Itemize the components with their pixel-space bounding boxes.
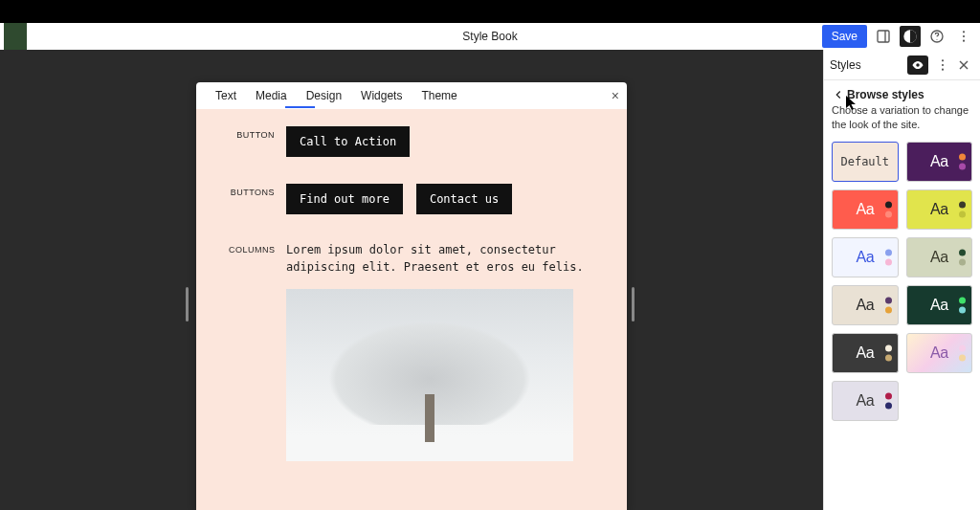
svg-rect-0 (878, 31, 889, 42)
variation-label: Aa (856, 392, 874, 410)
variation-color-dots (959, 201, 966, 217)
variation-label: Aa (930, 344, 948, 362)
svg-point-5 (963, 35, 965, 37)
panel-close-icon[interactable] (953, 55, 974, 76)
demo-columns-text: Lorem ipsum dolor sit amet, consectetur … (286, 241, 594, 276)
block-label-button: BUTTON (229, 126, 286, 157)
variation-label: Aa (930, 201, 948, 218)
style-book-preview: Text Media Design Widgets Theme × BUTTON… (196, 82, 627, 510)
browse-styles-title: Browse styles (847, 88, 924, 101)
save-button[interactable]: Save (822, 25, 867, 48)
svg-point-6 (963, 40, 965, 42)
variations-grid: DefaultAaAaAaAaAaAaAaAaAaAa (824, 142, 980, 421)
top-bar: Style Book Save (0, 23, 980, 50)
variation-label: Aa (856, 297, 874, 314)
svg-point-9 (942, 68, 944, 70)
style-variation-8[interactable]: Aa (832, 333, 899, 373)
block-label-columns: COLUMNS (229, 241, 286, 461)
variation-color-dots (959, 153, 966, 169)
svg-point-3 (936, 39, 937, 40)
style-variation-6[interactable]: Aa (832, 285, 899, 325)
variation-color-dots (959, 249, 966, 265)
variation-color-dots (885, 392, 892, 409)
resize-handle-right[interactable] (632, 287, 635, 322)
svg-point-4 (963, 31, 965, 33)
tab-theme[interactable]: Theme (412, 84, 466, 107)
svg-point-8 (942, 63, 944, 65)
styles-panel-title: Styles (830, 58, 907, 72)
style-variation-1[interactable]: Aa (906, 142, 973, 182)
demo-columns-image (286, 289, 573, 461)
top-bar-actions: Save (822, 23, 974, 50)
variation-color-dots (885, 201, 892, 217)
style-variation-3[interactable]: Aa (906, 189, 973, 230)
tab-underline (285, 106, 315, 108)
demo-button-cta[interactable]: Call to Action (286, 126, 410, 157)
tab-design[interactable]: Design (297, 84, 351, 107)
styles-panel: Styles Browse styles Choose a variation … (823, 50, 980, 510)
style-variation-9[interactable]: Aa (906, 333, 973, 373)
svg-point-7 (942, 59, 944, 61)
panel-more-icon[interactable] (932, 55, 953, 76)
tab-widgets[interactable]: Widgets (351, 84, 412, 107)
more-icon[interactable] (953, 26, 974, 47)
styles-icon[interactable] (900, 26, 921, 47)
preview-body: BUTTON Call to Action BUTTONS Find out m… (196, 109, 627, 510)
chevron-left-icon (832, 88, 845, 101)
variation-color-dots (885, 297, 892, 313)
style-variation-2[interactable]: Aa (832, 189, 899, 230)
variation-label: Aa (930, 249, 948, 266)
preview-tabs: Text Media Design Widgets Theme × (196, 82, 627, 109)
variation-label: Aa (856, 201, 874, 218)
variation-color-dots (885, 344, 892, 361)
style-variation-10[interactable]: Aa (832, 381, 899, 421)
variation-color-dots (959, 297, 966, 313)
variation-label: Aa (856, 249, 874, 266)
resize-handle-left[interactable] (186, 287, 189, 322)
demo-button-find-out-more[interactable]: Find out more (286, 184, 403, 214)
style-variation-0[interactable]: Default (832, 142, 899, 182)
style-variation-5[interactable]: Aa (906, 237, 973, 277)
help-icon[interactable] (926, 26, 947, 47)
site-logo[interactable] (4, 23, 27, 50)
style-variation-4[interactable]: Aa (832, 237, 899, 277)
tab-text[interactable]: Text (206, 84, 246, 107)
tab-media[interactable]: Media (246, 84, 297, 107)
variation-color-dots (959, 344, 966, 361)
settings-sidebar-toggle-icon[interactable] (873, 26, 894, 47)
style-variation-7[interactable]: Aa (906, 285, 973, 325)
variation-label: Aa (930, 297, 948, 314)
block-label-buttons: BUTTONS (229, 184, 286, 214)
variation-label: Aa (930, 153, 948, 170)
variation-label: Default (840, 155, 889, 168)
style-book-toggle-icon[interactable] (907, 55, 928, 75)
variation-label: Aa (856, 344, 874, 362)
close-icon[interactable]: × (612, 88, 619, 103)
variation-color-dots (885, 249, 892, 265)
demo-button-contact-us[interactable]: Contact us (416, 184, 512, 214)
